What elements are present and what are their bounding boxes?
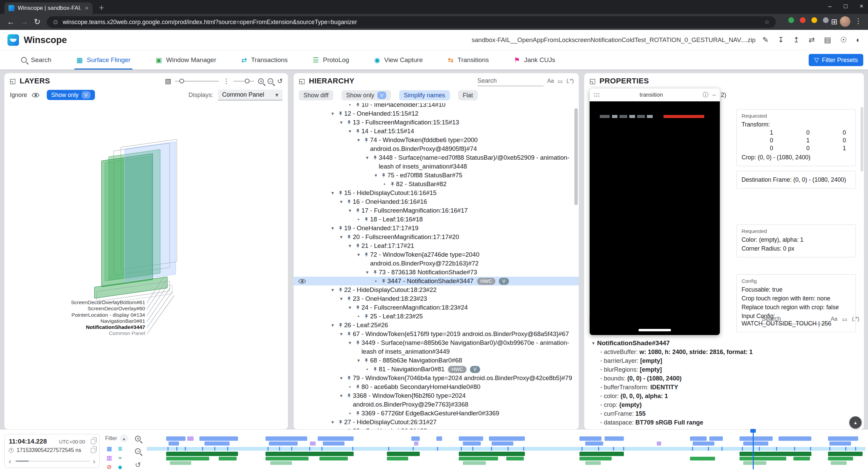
filter-presets-button[interactable]: ▽ Filter Presets <box>809 54 863 66</box>
tab-protolog[interactable]: ☰ProtoLog <box>313 50 349 70</box>
forward-icon[interactable]: → <box>20 17 28 26</box>
trace-segment[interactable] <box>579 436 602 441</box>
extension-icon-1[interactable] <box>788 17 794 23</box>
properties-scrollbar[interactable] <box>861 107 863 172</box>
expand-icon[interactable]: ▾ <box>346 127 354 136</box>
flat-button[interactable]: Flat <box>458 90 478 100</box>
trace-segment[interactable] <box>489 436 525 441</box>
pin-icon[interactable] <box>371 268 379 277</box>
back-icon[interactable]: ← <box>7 17 15 26</box>
tree-node[interactable]: ▾79 - WindowToken{7046b4a type=2024 andr… <box>294 374 579 382</box>
transition-tick[interactable] <box>742 447 743 451</box>
trace-segment[interactable] <box>829 441 851 446</box>
property-row[interactable]: •activeBuffer: w: 1080, h: 2400, stride:… <box>584 348 864 356</box>
pin-icon[interactable] <box>354 103 361 109</box>
pin-icon[interactable] <box>337 286 344 294</box>
pin-icon[interactable] <box>371 153 379 162</box>
trace-segment[interactable] <box>743 461 766 465</box>
expand-icon[interactable]: ▾ <box>337 330 346 338</box>
tab-transactions[interactable]: ⇄Transactions <box>241 50 288 70</box>
extension-icon-2[interactable] <box>800 17 806 23</box>
trace-segment[interactable] <box>269 441 298 446</box>
property-row[interactable]: •bufferTransform: IDENTITY <box>584 383 864 392</box>
tree-node[interactable]: ▾3368 - WindowToken{f6b2f60 type=2024 an… <box>294 391 579 409</box>
regex-icon[interactable]: (.*) <box>567 78 574 84</box>
trace-segment[interactable] <box>166 436 185 441</box>
trace-segment[interactable] <box>579 457 612 460</box>
properties-search-input[interactable] <box>762 315 826 322</box>
transition-tick[interactable] <box>309 447 310 451</box>
trace-segment[interactable] <box>265 436 307 441</box>
trace-segment[interactable] <box>387 452 420 456</box>
layer-label[interactable]: ScreenDecorOverlay#60 <box>4 306 145 312</box>
new-tab-button[interactable]: + <box>99 3 104 13</box>
transition-tick[interactable] <box>708 447 709 451</box>
trace-icon-protolog[interactable]: ≈ <box>116 455 124 461</box>
pin-icon[interactable] <box>346 118 353 127</box>
tree-node[interactable]: ▾26 - Leaf:25#26 <box>294 321 579 330</box>
timeline-cursor[interactable] <box>753 429 754 469</box>
tree-node[interactable]: ▾20 - FullscreenMagnification:17:17#20 <box>294 233 579 241</box>
tree-node[interactable]: ▾27 - HideDisplayCutout:26:31#27 <box>294 418 579 427</box>
trace-segment[interactable] <box>828 436 858 441</box>
pin-icon[interactable] <box>346 427 353 429</box>
transition-band[interactable] <box>147 447 865 451</box>
tab-jank-cujs[interactable]: ⚑Jank CUJs <box>514 50 555 70</box>
browser-menu-icon[interactable]: ⋮ <box>855 17 862 25</box>
property-row[interactable]: •currFrame: 155 <box>584 409 864 418</box>
transition-tick[interactable] <box>472 447 473 451</box>
expand-icon[interactable]: ▾ <box>329 109 337 118</box>
window-minimize-button[interactable]: – <box>828 3 832 10</box>
tab-surface-flinger[interactable]: ▦Surface Flinger <box>76 50 131 70</box>
scroll-right-icon[interactable]: › <box>93 457 95 465</box>
layer-label[interactable]: ScreenDecorOverlayBottom#61 <box>4 299 145 306</box>
expand-icon[interactable]: ▾ <box>329 286 337 294</box>
expand-icon[interactable]: ▾ <box>337 294 346 303</box>
transition-tick[interactable] <box>829 447 830 451</box>
trace-segment[interactable] <box>605 436 624 441</box>
trace-segment[interactable] <box>170 461 192 465</box>
transition-tick[interactable] <box>185 447 186 451</box>
trace-segment[interactable] <box>166 457 209 460</box>
trace-icon-transitions[interactable]: ◆ <box>116 464 124 471</box>
pin-icon[interactable] <box>363 250 370 259</box>
hierarchy-search-input[interactable] <box>477 77 544 84</box>
tree-node[interactable]: ▾68 - 885b63e NavigationBar0#68 <box>294 356 579 365</box>
match-word-icon[interactable]: ▭ <box>842 316 847 322</box>
pin-icon[interactable] <box>337 224 344 233</box>
trace-segment[interactable] <box>436 436 442 441</box>
timeline-cursor-handle[interactable] <box>750 429 756 433</box>
transition-tick[interactable] <box>214 447 215 451</box>
screenshot-window-titlebar[interactable]: transition ⓘ – <box>590 88 720 101</box>
transition-tick[interactable] <box>845 447 846 451</box>
pin-icon[interactable] <box>354 206 361 215</box>
trace-segment[interactable] <box>793 457 810 460</box>
trace-segment[interactable] <box>463 441 481 446</box>
expand-icon[interactable]: ▾ <box>372 171 380 180</box>
trace-icon-surfaceflinger[interactable]: ▦ <box>105 446 113 452</box>
collapse-hierarchy-icon[interactable]: ◱ <box>299 77 305 85</box>
pin-icon[interactable] <box>363 312 370 321</box>
expand-icon[interactable]: ▾ <box>355 356 363 365</box>
visibility-icon[interactable] <box>298 279 306 285</box>
expand-icon[interactable]: ▾ <box>346 303 354 312</box>
chevron-down-icon[interactable]: ▾ <box>590 340 597 346</box>
drag-handle-icon[interactable] <box>594 93 600 97</box>
transition-tick[interactable] <box>227 447 228 451</box>
transition-tick[interactable] <box>692 447 693 451</box>
tree-node[interactable]: ▾23 - OneHanded:18:23#23 <box>294 294 579 303</box>
trace-segment[interactable] <box>828 452 863 456</box>
tree-node[interactable]: ▾72 - WindowToken{a2746de type=2040 andr… <box>294 250 579 268</box>
trace-segment[interactable] <box>270 461 292 465</box>
match-word-icon[interactable]: ▭ <box>558 78 563 84</box>
expand-icon[interactable]: ▾ <box>329 321 337 330</box>
pin-icon[interactable] <box>354 241 361 250</box>
trace-segment[interactable] <box>319 457 348 460</box>
pin-icon[interactable] <box>346 330 353 338</box>
tree-node[interactable]: •3369 - 67726bf EdgeBackGestureHandler0#… <box>294 409 579 418</box>
expand-icon[interactable]: ▾ <box>337 427 346 429</box>
trace-segment[interactable] <box>690 457 715 460</box>
layers-show-only-button[interactable]: Show only V <box>47 90 95 100</box>
trace-segment[interactable] <box>265 457 309 460</box>
trace-segment[interactable] <box>187 436 194 441</box>
